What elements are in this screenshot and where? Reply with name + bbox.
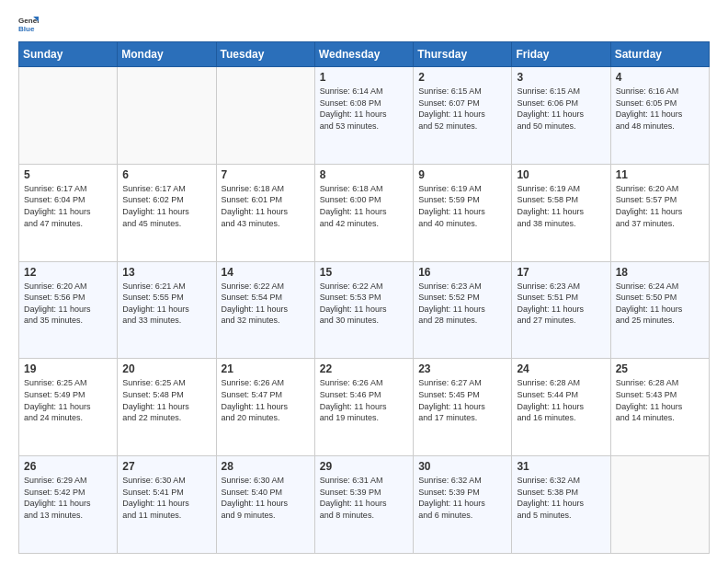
cell-info: Sunrise: 6:16 AM Sunset: 6:05 PM Dayligh…	[616, 86, 704, 132]
logo: General Blue	[18, 14, 42, 34]
cell-info: Sunrise: 6:22 AM Sunset: 5:54 PM Dayligh…	[222, 281, 310, 327]
day-number: 4	[616, 71, 704, 84]
cell-info: Sunrise: 6:18 AM Sunset: 6:00 PM Dayligh…	[320, 183, 408, 229]
calendar-cell: 29Sunrise: 6:31 AM Sunset: 5:39 PM Dayli…	[314, 456, 413, 554]
weekday-header-saturday: Saturday	[610, 42, 709, 67]
cell-info: Sunrise: 6:19 AM Sunset: 5:59 PM Dayligh…	[418, 183, 506, 229]
cell-info: Sunrise: 6:15 AM Sunset: 6:06 PM Dayligh…	[517, 86, 605, 132]
calendar-week-row: 1Sunrise: 6:14 AM Sunset: 6:08 PM Daylig…	[19, 67, 710, 165]
calendar-page: General Blue SundayMondayTuesdayWednesda…	[0, 0, 728, 563]
cell-info: Sunrise: 6:19 AM Sunset: 5:58 PM Dayligh…	[517, 183, 605, 229]
calendar-cell: 21Sunrise: 6:26 AM Sunset: 5:47 PM Dayli…	[216, 359, 314, 456]
day-number: 25	[616, 362, 704, 375]
day-number: 20	[122, 362, 210, 375]
cell-info: Sunrise: 6:23 AM Sunset: 5:51 PM Dayligh…	[517, 281, 605, 327]
day-number: 2	[418, 71, 506, 84]
day-number: 5	[24, 168, 112, 181]
cell-info: Sunrise: 6:26 AM Sunset: 5:46 PM Dayligh…	[320, 377, 408, 423]
cell-info: Sunrise: 6:15 AM Sunset: 6:07 PM Dayligh…	[418, 86, 506, 132]
calendar-cell: 1Sunrise: 6:14 AM Sunset: 6:08 PM Daylig…	[314, 67, 413, 165]
day-number: 31	[517, 460, 605, 473]
day-number: 7	[222, 168, 310, 181]
day-number: 15	[320, 266, 408, 279]
weekday-header-thursday: Thursday	[414, 42, 512, 67]
calendar-cell: 30Sunrise: 6:32 AM Sunset: 5:39 PM Dayli…	[414, 456, 512, 554]
cell-info: Sunrise: 6:17 AM Sunset: 6:02 PM Dayligh…	[122, 183, 210, 229]
calendar-cell: 25Sunrise: 6:28 AM Sunset: 5:43 PM Dayli…	[610, 359, 709, 456]
header: General Blue	[18, 14, 710, 34]
weekday-header-sunday: Sunday	[19, 42, 118, 67]
calendar-cell: 22Sunrise: 6:26 AM Sunset: 5:46 PM Dayli…	[314, 359, 413, 456]
cell-info: Sunrise: 6:32 AM Sunset: 5:39 PM Dayligh…	[418, 475, 506, 521]
svg-text:Blue: Blue	[18, 25, 35, 33]
cell-info: Sunrise: 6:23 AM Sunset: 5:52 PM Dayligh…	[418, 281, 506, 327]
day-number: 18	[616, 266, 704, 279]
calendar-cell: 19Sunrise: 6:25 AM Sunset: 5:49 PM Dayli…	[19, 359, 118, 456]
calendar-cell: 31Sunrise: 6:32 AM Sunset: 5:38 PM Dayli…	[512, 456, 610, 554]
day-number: 6	[122, 168, 210, 181]
calendar-cell	[610, 456, 709, 554]
day-number: 3	[517, 71, 605, 84]
calendar-cell	[118, 67, 216, 165]
day-number: 9	[418, 168, 506, 181]
calendar-cell: 15Sunrise: 6:22 AM Sunset: 5:53 PM Dayli…	[314, 261, 413, 359]
calendar-cell	[216, 67, 314, 165]
weekday-header-row: SundayMondayTuesdayWednesdayThursdayFrid…	[19, 42, 710, 67]
cell-info: Sunrise: 6:29 AM Sunset: 5:42 PM Dayligh…	[24, 475, 112, 521]
calendar-cell: 17Sunrise: 6:23 AM Sunset: 5:51 PM Dayli…	[512, 261, 610, 359]
day-number: 24	[517, 362, 605, 375]
calendar-week-row: 19Sunrise: 6:25 AM Sunset: 5:49 PM Dayli…	[19, 359, 710, 456]
cell-info: Sunrise: 6:30 AM Sunset: 5:40 PM Dayligh…	[222, 475, 310, 521]
day-number: 21	[222, 362, 310, 375]
cell-info: Sunrise: 6:31 AM Sunset: 5:39 PM Dayligh…	[320, 475, 408, 521]
day-number: 26	[24, 460, 112, 473]
weekday-header-monday: Monday	[118, 42, 216, 67]
weekday-header-tuesday: Tuesday	[216, 42, 314, 67]
calendar-cell: 4Sunrise: 6:16 AM Sunset: 6:05 PM Daylig…	[610, 67, 709, 165]
day-number: 22	[320, 362, 408, 375]
calendar-cell: 14Sunrise: 6:22 AM Sunset: 5:54 PM Dayli…	[216, 261, 314, 359]
cell-info: Sunrise: 6:20 AM Sunset: 5:57 PM Dayligh…	[616, 183, 704, 229]
cell-info: Sunrise: 6:25 AM Sunset: 5:48 PM Dayligh…	[122, 377, 210, 423]
cell-info: Sunrise: 6:17 AM Sunset: 6:04 PM Dayligh…	[24, 183, 112, 229]
logo-icon: General Blue	[18, 14, 39, 34]
day-number: 16	[418, 266, 506, 279]
day-number: 12	[24, 266, 112, 279]
day-number: 8	[320, 168, 408, 181]
calendar-cell: 8Sunrise: 6:18 AM Sunset: 6:00 PM Daylig…	[314, 164, 413, 261]
cell-info: Sunrise: 6:26 AM Sunset: 5:47 PM Dayligh…	[222, 377, 310, 423]
calendar-cell: 18Sunrise: 6:24 AM Sunset: 5:50 PM Dayli…	[610, 261, 709, 359]
calendar-cell: 10Sunrise: 6:19 AM Sunset: 5:58 PM Dayli…	[512, 164, 610, 261]
weekday-header-wednesday: Wednesday	[314, 42, 413, 67]
calendar-cell: 28Sunrise: 6:30 AM Sunset: 5:40 PM Dayli…	[216, 456, 314, 554]
cell-info: Sunrise: 6:18 AM Sunset: 6:01 PM Dayligh…	[222, 183, 310, 229]
weekday-header-friday: Friday	[512, 42, 610, 67]
cell-info: Sunrise: 6:25 AM Sunset: 5:49 PM Dayligh…	[24, 377, 112, 423]
day-number: 29	[320, 460, 408, 473]
cell-info: Sunrise: 6:28 AM Sunset: 5:44 PM Dayligh…	[517, 377, 605, 423]
day-number: 17	[517, 266, 605, 279]
day-number: 10	[517, 168, 605, 181]
calendar-cell: 11Sunrise: 6:20 AM Sunset: 5:57 PM Dayli…	[610, 164, 709, 261]
cell-info: Sunrise: 6:14 AM Sunset: 6:08 PM Dayligh…	[320, 86, 408, 132]
cell-info: Sunrise: 6:21 AM Sunset: 5:55 PM Dayligh…	[122, 281, 210, 327]
day-number: 13	[122, 266, 210, 279]
day-number: 1	[320, 71, 408, 84]
calendar-cell	[19, 67, 118, 165]
calendar-cell: 23Sunrise: 6:27 AM Sunset: 5:45 PM Dayli…	[414, 359, 512, 456]
calendar-cell: 2Sunrise: 6:15 AM Sunset: 6:07 PM Daylig…	[414, 67, 512, 165]
cell-info: Sunrise: 6:24 AM Sunset: 5:50 PM Dayligh…	[616, 281, 704, 327]
day-number: 28	[222, 460, 310, 473]
cell-info: Sunrise: 6:28 AM Sunset: 5:43 PM Dayligh…	[616, 377, 704, 423]
calendar-cell: 6Sunrise: 6:17 AM Sunset: 6:02 PM Daylig…	[118, 164, 216, 261]
calendar-cell: 5Sunrise: 6:17 AM Sunset: 6:04 PM Daylig…	[19, 164, 118, 261]
cell-info: Sunrise: 6:22 AM Sunset: 5:53 PM Dayligh…	[320, 281, 408, 327]
cell-info: Sunrise: 6:20 AM Sunset: 5:56 PM Dayligh…	[24, 281, 112, 327]
calendar-cell: 7Sunrise: 6:18 AM Sunset: 6:01 PM Daylig…	[216, 164, 314, 261]
calendar-cell: 3Sunrise: 6:15 AM Sunset: 6:06 PM Daylig…	[512, 67, 610, 165]
calendar-table: SundayMondayTuesdayWednesdayThursdayFrid…	[18, 41, 710, 554]
calendar-cell: 9Sunrise: 6:19 AM Sunset: 5:59 PM Daylig…	[414, 164, 512, 261]
day-number: 23	[418, 362, 506, 375]
day-number: 11	[616, 168, 704, 181]
cell-info: Sunrise: 6:32 AM Sunset: 5:38 PM Dayligh…	[517, 475, 605, 521]
